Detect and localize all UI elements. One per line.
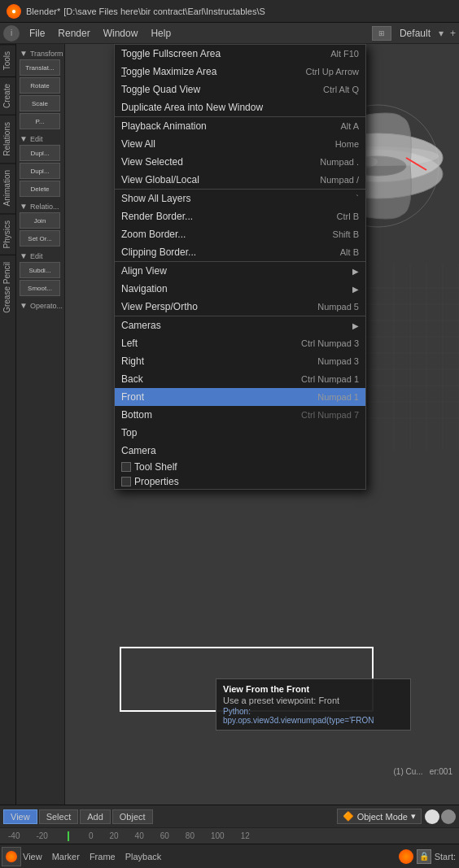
menu-top[interactable]: Top bbox=[115, 424, 365, 442]
menu-window[interactable]: Window bbox=[97, 26, 145, 41]
title-path: [D:\save Files here\bir contract\Earl\In… bbox=[63, 7, 265, 16]
view-persp-label: View Persp/Ortho bbox=[121, 301, 301, 312]
bottom-toolbar: View Select Add Object 🔶 Object Mode ▾ bbox=[0, 805, 459, 827]
circle-light bbox=[425, 809, 439, 824]
menu-back[interactable]: Back Ctrl Numpad 1 bbox=[115, 370, 365, 388]
menu-cameras[interactable]: Cameras ▶ bbox=[115, 316, 365, 334]
select-button[interactable]: Select bbox=[39, 809, 79, 824]
menu-camera[interactable]: Camera bbox=[115, 442, 365, 460]
menu-front[interactable]: Front Numpad 1 bbox=[115, 388, 365, 406]
plus-icon[interactable]: + bbox=[450, 28, 456, 39]
menu-view-selected[interactable]: View Selected Numpad . bbox=[115, 153, 365, 171]
dupl1-btn[interactable]: Dupl... bbox=[20, 145, 60, 161]
timeline-frame[interactable]: Frame bbox=[90, 852, 116, 861]
menu-clipping-border[interactable]: Clipping Border... Alt B bbox=[115, 243, 365, 261]
title-text: Blender* bbox=[26, 7, 60, 16]
checkbox-tool-shelf[interactable]: Tool Shelf bbox=[115, 460, 365, 474]
menu-zoom-border[interactable]: Zoom Border... Shift B bbox=[115, 225, 365, 243]
info-icon[interactable]: i bbox=[3, 25, 20, 41]
operator-arrow: ▼ bbox=[20, 301, 28, 310]
toggle-fullscreen-shortcut: Alt F10 bbox=[330, 49, 359, 59]
menu-left[interactable]: Left Ctrl Numpad 3 bbox=[115, 334, 365, 352]
layout-icon[interactable]: ⊞ bbox=[372, 26, 391, 41]
scale-20: 20 bbox=[109, 831, 118, 840]
menu-render-border[interactable]: Render Border... Ctrl B bbox=[115, 207, 365, 225]
add-button[interactable]: Add bbox=[80, 809, 111, 824]
tab-relations[interactable]: Relations bbox=[0, 115, 15, 163]
tab-tools[interactable]: Tools bbox=[0, 44, 15, 76]
menu-bar-right: ⊞ Default ▾ + bbox=[372, 26, 456, 41]
navigation-label: Navigation bbox=[121, 283, 346, 294]
view-button[interactable]: View bbox=[3, 809, 37, 824]
tab-grease-pencil[interactable]: Grease Pencil bbox=[0, 255, 15, 320]
menu-view-persp[interactable]: View Persp/Ortho Numpad 5 bbox=[115, 298, 365, 316]
delete-btn[interactable]: Delete bbox=[20, 181, 60, 197]
transform-title: ▼ Transform ⋮⋮ bbox=[20, 47, 61, 59]
toggle-fullscreen-label: Toggle Fullscreen Area bbox=[121, 48, 314, 59]
playback-shortcut: Alt A bbox=[340, 121, 359, 131]
timeline-view[interactable]: View bbox=[23, 852, 42, 861]
tab-animation[interactable]: Animation bbox=[0, 163, 15, 212]
timeline-right: 🔒 Start: bbox=[399, 849, 459, 864]
smoot-btn[interactable]: Smoot... bbox=[20, 280, 60, 296]
tab-create[interactable]: Create bbox=[0, 76, 15, 115]
bottom-shortcut: Ctrl Numpad 7 bbox=[301, 410, 359, 420]
top-label: Top bbox=[121, 427, 359, 438]
transform-arrow: ▼ bbox=[20, 49, 28, 58]
scale-80: 80 bbox=[186, 831, 195, 840]
view-all-shortcut: Home bbox=[335, 139, 359, 149]
menu-bottom[interactable]: Bottom Ctrl Numpad 7 bbox=[115, 406, 365, 424]
menu-navigation[interactable]: Navigation ▶ bbox=[115, 280, 365, 298]
main-area: Tools Create Relations Animation Physics… bbox=[0, 44, 459, 805]
properties-checkbox[interactable] bbox=[121, 477, 131, 486]
menu-toggle-quad[interactable]: Toggle Quad View Ctrl Alt Q bbox=[115, 81, 365, 98]
timeline-marker[interactable]: Marker bbox=[52, 852, 80, 861]
cameras-arrow: ▶ bbox=[352, 321, 359, 330]
join-btn[interactable]: Join bbox=[20, 212, 60, 229]
mode-select[interactable]: 🔶 Object Mode ▾ bbox=[337, 809, 422, 824]
timeline-playback[interactable]: Playback bbox=[125, 852, 162, 861]
tab-physics[interactable]: Physics bbox=[0, 213, 15, 255]
expand-icon[interactable]: ▾ bbox=[439, 28, 444, 39]
playhead[interactable] bbox=[68, 831, 69, 841]
menu-file[interactable]: File bbox=[23, 26, 51, 41]
menu-view-all[interactable]: View All Home bbox=[115, 135, 365, 153]
menu-align-view[interactable]: Align View ▶ bbox=[115, 261, 365, 280]
scale-minus40: -40 bbox=[8, 831, 20, 840]
rotate-btn[interactable]: Rotate bbox=[20, 77, 60, 94]
object-button[interactable]: Object bbox=[112, 809, 153, 824]
show-all-layers-label: Show All Layers bbox=[121, 193, 339, 204]
relations-label: Relatio... bbox=[30, 203, 59, 211]
menu-show-all-layers[interactable]: Show All Layers ` bbox=[115, 189, 365, 207]
translate-btn[interactable]: Translat... bbox=[20, 59, 60, 76]
setor-btn[interactable]: Set Or... bbox=[20, 230, 60, 246]
edit2-arrow: ▼ bbox=[20, 251, 28, 260]
menu-duplicate-area[interactable]: Duplicate Area into New Window bbox=[115, 98, 365, 116]
relations-arrow: ▼ bbox=[20, 202, 28, 211]
checkbox-properties[interactable]: Properties bbox=[115, 474, 365, 489]
view-selected-label: View Selected bbox=[121, 156, 304, 168]
title-bar: ● Blender* [D:\save Files here\bir contr… bbox=[0, 0, 459, 23]
timeline-lock[interactable]: 🔒 bbox=[417, 849, 431, 864]
tool-shelf-checkbox[interactable] bbox=[121, 462, 131, 472]
menu-view-global-local[interactable]: View Global/Local Numpad / bbox=[115, 171, 365, 189]
align-view-arrow: ▶ bbox=[352, 267, 359, 276]
menu-help[interactable]: Help bbox=[144, 26, 177, 41]
edit-arrow: ▼ bbox=[20, 134, 28, 143]
scale-btn[interactable]: Scale bbox=[20, 95, 60, 111]
clipping-border-shortcut: Alt B bbox=[340, 247, 359, 257]
dupl2-btn[interactable]: Dupl... bbox=[20, 163, 60, 179]
menu-playback[interactable]: Playback Animation Alt A bbox=[115, 116, 365, 135]
subdi-btn[interactable]: Subdi... bbox=[20, 262, 60, 278]
menu-toggle-maximize[interactable]: Toggle Maximize Area Ctrl Up Arrow bbox=[115, 63, 365, 81]
right-label: Right bbox=[121, 355, 301, 367]
menu-right[interactable]: Right Numpad 3 bbox=[115, 352, 365, 370]
viewport[interactable]: User Persp 2 bbox=[65, 44, 459, 805]
scale-60: 60 bbox=[160, 831, 169, 840]
p-btn[interactable]: P... bbox=[20, 113, 60, 129]
operator-title: ▼ Operato... bbox=[20, 299, 61, 312]
menu-render[interactable]: Render bbox=[51, 26, 96, 41]
timeline-start-label: Start: bbox=[435, 852, 456, 861]
menu-toggle-fullscreen[interactable]: Toggle Fullscreen Area Alt F10 bbox=[115, 45, 365, 63]
view-all-label: View All bbox=[121, 138, 319, 150]
